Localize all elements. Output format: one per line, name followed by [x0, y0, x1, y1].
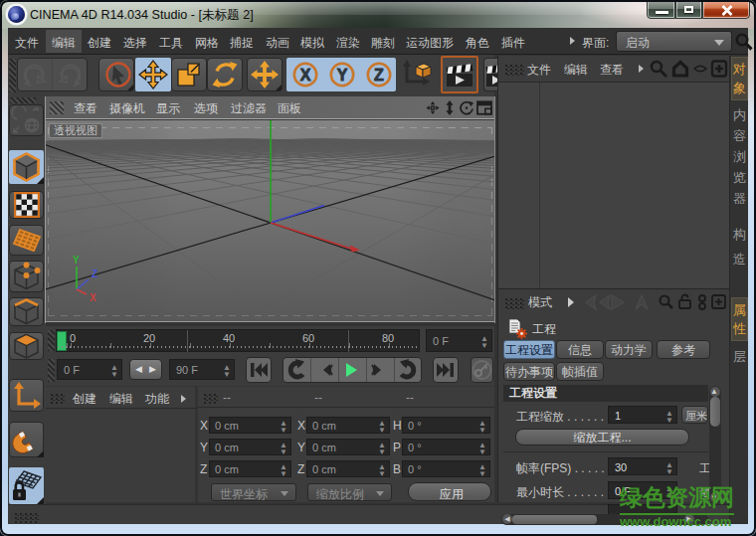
svg-text:X: X [90, 292, 96, 303]
svg-text:Z: Z [92, 268, 97, 279]
svg-text:Z: Z [374, 67, 384, 84]
svg-text:Y: Y [337, 67, 348, 84]
svg-text:Y: Y [73, 255, 80, 266]
svg-text:X: X [300, 67, 311, 84]
